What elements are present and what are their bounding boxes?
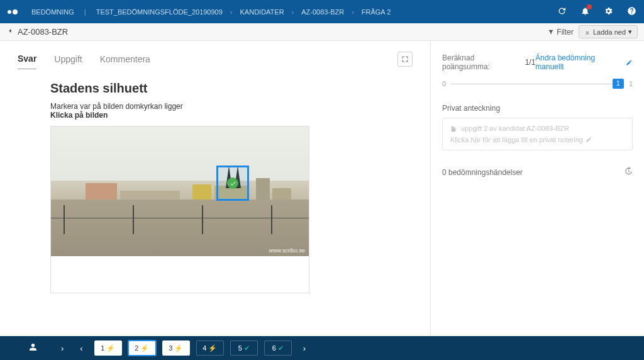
notifications-icon[interactable] — [580, 6, 590, 17]
score-slider[interactable]: 0 1 1 — [442, 80, 633, 87]
slider-knob[interactable]: 1 — [613, 79, 624, 89]
question-box-3[interactable]: 3⚡ — [162, 340, 190, 356]
breadcrumb-question[interactable]: FRÅGA 2 — [362, 8, 391, 16]
score-panel: Beräknad poängsumma: 1/1 Ändra bedömning… — [430, 41, 644, 336]
events-count: 0 bedömningshändelser — [442, 168, 523, 177]
bolt-icon: ⚡ — [208, 344, 217, 352]
tab-kommentera[interactable]: Kommentera — [100, 49, 150, 69]
manual-score-link[interactable]: Ändra bedömning manuellt — [535, 53, 633, 71]
question-title: Stadens silhuett — [50, 81, 413, 96]
question-box-6[interactable]: 6✔ — [264, 340, 292, 356]
answer-image[interactable]: www.scribo.se — [50, 126, 309, 293]
history-icon[interactable] — [624, 167, 633, 177]
question-box-2[interactable]: 2⚡ — [128, 340, 156, 356]
question-box-1[interactable]: 1⚡ — [94, 340, 122, 356]
main-area: Svar Uppgift Kommentera Stadens silhuett… — [0, 41, 644, 336]
refresh-icon[interactable] — [557, 6, 567, 17]
app-logo[interactable] — [8, 9, 19, 14]
tab-svar[interactable]: Svar — [18, 48, 36, 69]
bolt-icon: ⚡ — [140, 344, 149, 352]
expand-icon[interactable] — [397, 52, 413, 67]
chevron-down-icon: ▾ — [628, 28, 632, 36]
next-question-icon[interactable]: › — [298, 344, 311, 353]
prev-question-icon[interactable]: ‹ — [75, 344, 87, 353]
notification-badge — [587, 4, 592, 9]
watermark: www.scribo.se — [269, 247, 305, 254]
check-icon: ✔ — [244, 344, 250, 352]
filter-button[interactable]: Filter — [548, 28, 574, 37]
download-button[interactable]: Ladda ned ▾ — [579, 25, 638, 38]
breadcrumb-flow[interactable]: TEST_BEDÖMNINGSFLÖDE_20190909 — [96, 8, 223, 16]
city-image: www.scribo.se — [51, 127, 309, 256]
score-label: Beräknad poängsumma: — [442, 53, 523, 71]
score-value: 1/1 — [525, 58, 536, 67]
question-nav-bar: › ‹ 1⚡ 2⚡ 3⚡ 4⚡ 5✔ 6✔ › — [0, 336, 644, 360]
settings-icon[interactable] — [604, 6, 613, 17]
answer-panel: Svar Uppgift Kommentera Stadens silhuett… — [0, 41, 430, 336]
private-note-title: Privat anteckning — [442, 104, 633, 113]
private-note-box[interactable]: uppgift 2 av kandidat AZ-0083-BZR Klicka… — [442, 118, 633, 150]
selection-box — [216, 166, 249, 201]
breadcrumb-candidate[interactable]: AZ-0083-BZR — [301, 8, 344, 16]
bolt-icon: ⚡ — [174, 344, 183, 352]
back-chevron-icon[interactable] — [6, 27, 14, 37]
question-box-4[interactable]: 4⚡ — [196, 340, 224, 356]
candidate-title: AZ-0083-BZR — [18, 27, 68, 37]
breadcrumb-root[interactable]: BEDÖMNING — [31, 8, 74, 16]
user-icon[interactable] — [29, 343, 37, 353]
check-icon: ✔ — [278, 344, 284, 352]
tabs: Svar Uppgift Kommentera — [18, 48, 413, 70]
breadcrumb: BEDÖMNING | TEST_BEDÖMNINGSFLÖDE_2019090… — [31, 8, 391, 16]
breadcrumb-section[interactable]: KANDIDATER — [240, 8, 284, 16]
question-instructions: Markera var på bilden domkyrkan ligger K… — [50, 102, 413, 120]
sub-header: AZ-0083-BZR Filter Ladda ned ▾ — [0, 23, 644, 41]
user-next-icon[interactable]: › — [56, 344, 69, 353]
correct-check-icon — [227, 177, 238, 189]
top-nav: BEDÖMNING | TEST_BEDÖMNINGSFLÖDE_2019090… — [0, 0, 644, 23]
help-icon[interactable] — [627, 6, 636, 17]
tab-uppgift[interactable]: Uppgift — [54, 49, 82, 69]
bolt-icon: ⚡ — [106, 344, 115, 352]
question-box-5[interactable]: 5✔ — [230, 340, 258, 356]
